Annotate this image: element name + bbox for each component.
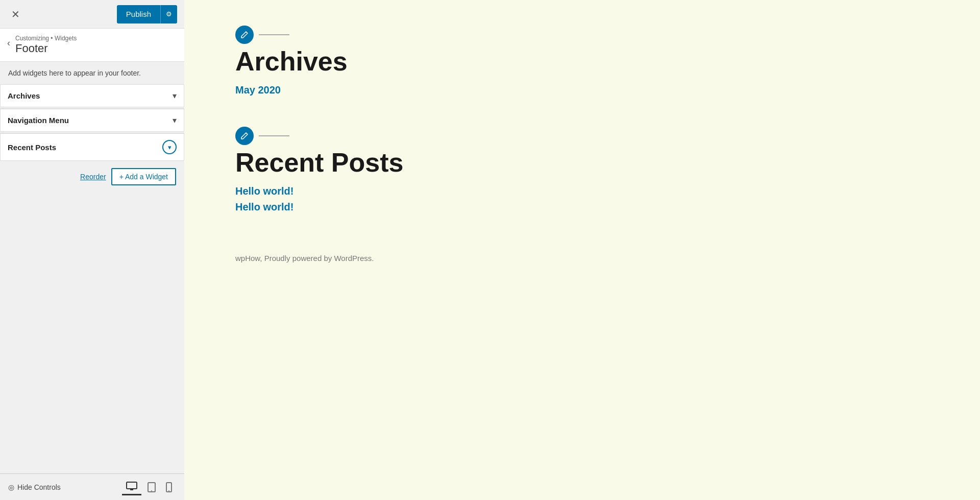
pencil-icon-2 xyxy=(240,132,249,140)
bottom-bar: ◎ Hide Controls xyxy=(0,473,184,500)
svg-point-6 xyxy=(168,490,169,491)
actions-row: Reorder + Add a Widget xyxy=(0,162,184,192)
widget-navigation-menu-label: Navigation Menu xyxy=(8,116,69,125)
back-button[interactable]: ‹ xyxy=(5,37,12,50)
recent-posts-icon-row xyxy=(235,127,939,145)
widget-item-archives[interactable]: Archives ▾ xyxy=(0,84,184,107)
reorder-button[interactable]: Reorder xyxy=(80,173,106,181)
hide-controls-button[interactable]: ◎ Hide Controls xyxy=(8,483,122,491)
breadcrumb-title: Footer xyxy=(15,42,77,55)
spacer xyxy=(0,192,184,473)
preview-footer-text: wpHow, Proudly powered by WordPress. xyxy=(235,254,939,263)
recent-posts-edit-button[interactable] xyxy=(235,127,254,145)
pencil-icon xyxy=(240,31,249,39)
publish-gear-button[interactable]: ⚙ xyxy=(160,5,177,23)
archives-section-line xyxy=(259,34,289,35)
breadcrumb-text: Customizing • Widgets Footer xyxy=(15,35,77,55)
preview-recent-posts-section: Recent Posts Hello world! Hello world! xyxy=(235,127,939,213)
close-button[interactable]: ✕ xyxy=(7,6,23,22)
recent-posts-expand-button[interactable]: ▾ xyxy=(162,140,177,154)
publish-button[interactable]: Publish xyxy=(117,5,160,23)
recent-post-link-1[interactable]: Hello world! xyxy=(235,185,939,197)
chevron-down-icon-2: ▾ xyxy=(173,115,177,125)
top-bar: ✕ Publish ⚙ xyxy=(0,0,184,29)
svg-point-4 xyxy=(151,490,152,491)
circle-icon: ◎ xyxy=(8,483,14,491)
recent-posts-heading: Recent Posts xyxy=(235,148,939,177)
chevron-down-icon: ▾ xyxy=(173,91,177,101)
widget-archives-label: Archives xyxy=(8,91,40,100)
breadcrumb-bar: ‹ Customizing • Widgets Footer xyxy=(0,29,184,62)
preview-archives-section: Archives May 2020 xyxy=(235,26,939,96)
mobile-button[interactable] xyxy=(162,479,176,495)
footer-info-text: Add widgets here to appear in your foote… xyxy=(0,62,184,84)
archives-may-2020-link[interactable]: May 2020 xyxy=(235,84,939,96)
widget-item-recent-posts[interactable]: Recent Posts ▾ xyxy=(0,133,184,161)
gear-icon: ⚙ xyxy=(166,10,172,18)
left-panel: ✕ Publish ⚙ ‹ Customizing • Widgets Foot… xyxy=(0,0,184,500)
mobile-icon xyxy=(166,482,172,492)
breadcrumb-sub: Customizing • Widgets xyxy=(15,35,77,42)
tablet-button[interactable] xyxy=(143,479,160,495)
desktop-icon xyxy=(126,482,137,491)
add-widget-button[interactable]: + Add a Widget xyxy=(111,168,176,185)
preview-area: Archives May 2020 Recent Posts Hello wor… xyxy=(184,0,980,500)
recent-post-link-2[interactable]: Hello world! xyxy=(235,201,939,213)
device-buttons xyxy=(122,479,176,495)
desktop-button[interactable] xyxy=(122,479,141,495)
svg-rect-0 xyxy=(127,482,137,489)
archives-icon-row xyxy=(235,26,939,44)
recent-posts-section-line xyxy=(259,135,289,136)
archives-heading: Archives xyxy=(235,47,939,76)
hide-controls-label: Hide Controls xyxy=(17,483,61,491)
tablet-icon xyxy=(148,482,156,492)
archives-edit-button[interactable] xyxy=(235,26,254,44)
widget-item-navigation-menu[interactable]: Navigation Menu ▾ xyxy=(0,109,184,132)
publish-area: Publish ⚙ xyxy=(117,5,177,23)
widget-recent-posts-label: Recent Posts xyxy=(8,143,56,152)
widget-list: Archives ▾ Navigation Menu ▾ Recent Post… xyxy=(0,84,184,162)
